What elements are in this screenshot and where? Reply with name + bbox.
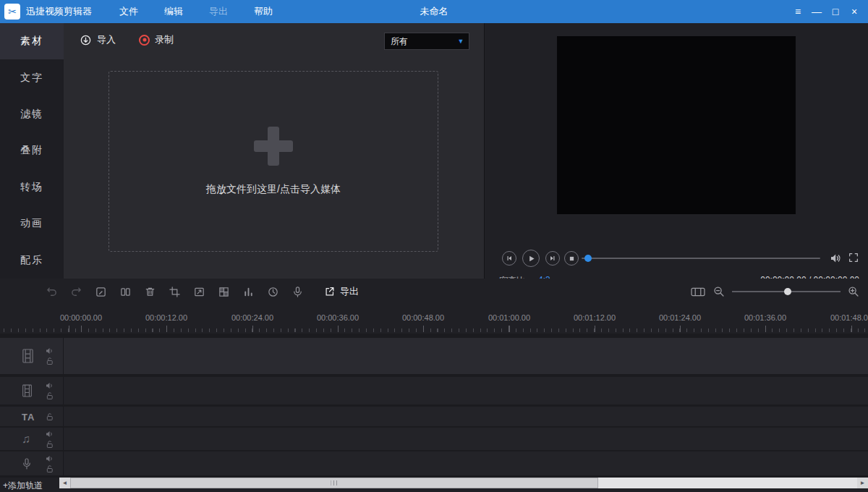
video-track-lane[interactable]: [64, 338, 868, 374]
text-track-lane[interactable]: [64, 407, 868, 426]
ruler-label: 00:00:48.00: [402, 313, 444, 322]
main-area: 素材 文字 滤镜 叠附 转场 动画 配乐 导入 录制 所有 ▼: [0, 23, 868, 279]
import-icon: [80, 34, 92, 46]
sidebar-item-animation[interactable]: 动画: [0, 205, 64, 242]
zoom-controls: [690, 279, 859, 305]
titlebar: ✂ 迅捷视频剪辑器 文件 编辑 导出 帮助 未命名 ≡ — □ ×: [0, 0, 868, 23]
track-lock-icon[interactable]: [46, 357, 54, 365]
zoom-handle[interactable]: [784, 288, 791, 295]
prev-frame-button[interactable]: [502, 251, 516, 266]
crop-icon[interactable]: [168, 285, 181, 298]
track-mute-icon[interactable]: [46, 347, 54, 355]
horizontal-scrollbar[interactable]: ◄ ►: [59, 478, 868, 488]
menu-export: 导出: [196, 0, 241, 23]
next-frame-button[interactable]: [545, 251, 560, 266]
track-mute-icon[interactable]: [46, 454, 54, 462]
timeline-export-button[interactable]: 导出: [324, 285, 359, 298]
fullscreen-icon[interactable]: [848, 252, 859, 263]
volume-icon[interactable]: [829, 252, 842, 265]
speed-icon[interactable]: [266, 285, 279, 298]
seek-handle[interactable]: [584, 255, 592, 262]
timeline-tracks: TA ♫: [0, 334, 868, 478]
scroll-left-icon[interactable]: ◄: [59, 478, 70, 488]
media-dropzone[interactable]: 拖放文件到这里/点击导入媒体: [109, 71, 438, 252]
import-button[interactable]: 导入: [80, 33, 116, 46]
text-track-row: TA: [0, 407, 868, 426]
zoom-in-icon[interactable]: [848, 286, 859, 297]
track-lock-icon[interactable]: [46, 392, 54, 400]
export-icon: [324, 286, 336, 297]
edit-icon[interactable]: [94, 285, 107, 298]
add-track-button[interactable]: +添加轨道: [3, 480, 43, 492]
track-lock-icon[interactable]: [46, 412, 54, 420]
pip-track-header[interactable]: [0, 377, 64, 404]
pip-track-row: [0, 377, 868, 404]
seek-slider[interactable]: [582, 258, 820, 259]
track-lock-icon[interactable]: [46, 465, 54, 472]
timeline-ruler[interactable]: 00:00:00.00 00:00:12.00 00:00:24.00 00:0…: [0, 305, 868, 334]
ruler-label: 00:01:36.00: [744, 313, 786, 322]
sidebar-item-transition[interactable]: 转场: [0, 169, 64, 205]
playback-controls: [485, 249, 868, 269]
sidebar-item-overlay[interactable]: 叠附: [0, 132, 64, 169]
resize-icon[interactable]: [192, 285, 205, 298]
mosaic-icon[interactable]: [217, 285, 230, 298]
menu-bar: 文件 编辑 导出 帮助: [106, 0, 286, 23]
text-track-icon: TA: [22, 411, 35, 422]
delete-icon[interactable]: [143, 285, 156, 298]
close-icon[interactable]: ×: [845, 2, 864, 21]
ruler-label: 00:00:24.00: [231, 313, 273, 322]
minimize-icon[interactable]: —: [807, 2, 826, 21]
voice-track-header[interactable]: [0, 451, 64, 475]
track-mute-icon[interactable]: [46, 430, 54, 438]
plus-icon: [254, 127, 293, 166]
scrollbar-track[interactable]: [70, 478, 857, 488]
play-button[interactable]: [522, 250, 540, 267]
fit-timeline-icon[interactable]: [690, 286, 706, 298]
scrollbar-thumb[interactable]: [70, 478, 598, 488]
window-controls: ≡ — □ ×: [788, 0, 864, 23]
sidebar-item-media[interactable]: 素材: [0, 23, 64, 59]
sidebar-item-music[interactable]: 配乐: [0, 242, 64, 279]
scroll-right-icon[interactable]: ►: [857, 478, 868, 488]
menu-edit[interactable]: 编辑: [151, 0, 196, 23]
text-track-header[interactable]: TA: [0, 407, 64, 426]
dropzone-text: 拖放文件到这里/点击导入媒体: [206, 183, 341, 196]
film-icon: [22, 384, 33, 398]
music-track-header[interactable]: ♫: [0, 428, 64, 450]
ruler-label: 00:01:00.00: [488, 313, 530, 322]
app-logo-icon: ✂: [4, 4, 20, 20]
music-track-lane[interactable]: [64, 428, 868, 450]
voice-track-lane[interactable]: [64, 451, 868, 475]
track-lock-icon[interactable]: [46, 440, 54, 448]
zoom-out-icon[interactable]: [713, 286, 725, 297]
ruler-label: 00:01:12.00: [574, 313, 616, 322]
split-icon[interactable]: [119, 285, 132, 298]
pip-track-lane[interactable]: [64, 377, 868, 404]
maximize-icon[interactable]: □: [826, 2, 845, 21]
voiceover-icon[interactable]: [291, 285, 304, 298]
menu-file[interactable]: 文件: [106, 0, 151, 23]
sidebar: 素材 文字 滤镜 叠附 转场 动画 配乐: [0, 23, 64, 279]
media-filter-dropdown[interactable]: 所有 ▼: [384, 33, 469, 50]
film-icon: [22, 348, 34, 364]
zoom-slider[interactable]: [732, 291, 841, 292]
stop-button[interactable]: [564, 251, 579, 266]
levels-icon[interactable]: [242, 285, 255, 298]
ruler-major-ticks: [0, 326, 868, 332]
sidebar-item-filter[interactable]: 滤镜: [0, 96, 64, 132]
redo-icon: [69, 285, 82, 298]
sidebar-item-text[interactable]: 文字: [0, 59, 64, 96]
video-preview: [557, 36, 796, 214]
timeline-bottom-bar: +添加轨道 ◄ ►: [0, 478, 868, 492]
media-panel: 导入 录制 所有 ▼ 拖放文件到这里/点击导入媒体: [64, 23, 485, 279]
preview-panel: 宽高比: 4:3 00:00:00.00 / 00:00:00.00: [485, 23, 868, 279]
video-track-header[interactable]: [0, 338, 64, 374]
record-button[interactable]: 录制: [139, 33, 174, 46]
track-mute-icon[interactable]: [46, 382, 54, 390]
record-icon: [139, 35, 150, 46]
app-menu-icon[interactable]: ≡: [788, 2, 807, 21]
menu-help[interactable]: 帮助: [241, 0, 286, 23]
app-name: 迅捷视频剪辑器: [26, 5, 92, 18]
music-note-icon: ♫: [22, 433, 30, 445]
